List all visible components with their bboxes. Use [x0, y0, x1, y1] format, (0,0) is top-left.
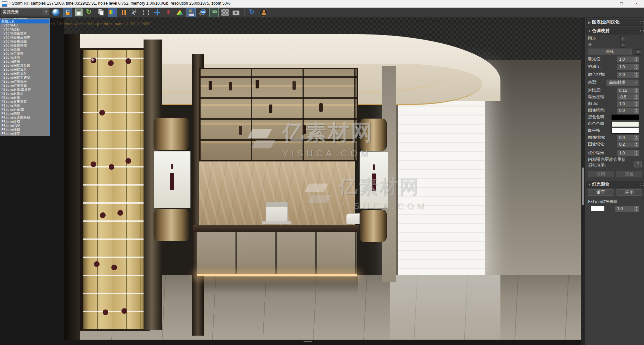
- blur-spinner[interactable]: 0.0▲▼: [617, 135, 639, 141]
- element-list-item[interactable]: 美颜元素: [0, 19, 49, 23]
- element-list-item[interactable]: FStorm自发光: [0, 52, 49, 56]
- tonemap-apply-button[interactable]: 应用: [588, 171, 613, 177]
- element-list-item[interactable]: FStorm多重遮罩: [0, 100, 49, 104]
- rollout-localization[interactable]: ▶图表|业问汉化: [586, 19, 643, 26]
- color-saturation-spinner[interactable]: 2.0▲▼: [617, 72, 639, 78]
- spinner-arrows-icon[interactable]: ▲▼: [634, 94, 639, 100]
- element-list-item[interactable]: FStormAO: [0, 23, 49, 27]
- element-list-item[interactable]: FStorm间接反射: [0, 68, 49, 72]
- spinner-arrows-icon[interactable]: ▲▼: [634, 101, 639, 107]
- vignette-spinner[interactable]: 0.0▲▼: [617, 108, 639, 114]
- element-list-item[interactable]: FStorm眩光: [0, 60, 49, 64]
- spinner-arrows-icon[interactable]: ▲▼: [634, 206, 639, 212]
- rollout-arrow-icon[interactable]: ▼: [587, 28, 592, 34]
- scrollbar-thumb[interactable]: [582, 167, 584, 205]
- lightmix-reset-button[interactable]: 重置: [588, 189, 613, 196]
- light-intensity-spinner[interactable]: 1.0▲▼: [615, 206, 639, 212]
- save-icon[interactable]: [75, 8, 83, 16]
- element-list-item[interactable]: FStorm材质: [0, 96, 49, 100]
- exposure-compression-spinner[interactable]: -0.5▲▼: [617, 94, 639, 100]
- element-list-item[interactable]: FStorm法线: [0, 104, 49, 108]
- fstorm-logo-icon[interactable]: [164, 8, 173, 17]
- white-balance-swatch[interactable]: [611, 128, 639, 134]
- element-list-item[interactable]: FStorm间接半透明: [0, 76, 49, 80]
- lightmix-apply-button[interactable]: 应用: [616, 189, 642, 196]
- element-list-item[interactable]: FStorm加密遮罩: [0, 31, 49, 36]
- on-checkbox[interactable]: ✓: [620, 43, 625, 48]
- element-list-item[interactable]: FStorm坐标: [0, 27, 49, 31]
- curve-checkbox[interactable]: ✓: [636, 49, 641, 55]
- gamma-icon[interactable]: [175, 8, 184, 17]
- rollout-arrow-icon[interactable]: ▶: [587, 19, 592, 25]
- zoom-100-icon[interactable]: [209, 8, 219, 17]
- rollout-tone-mapping[interactable]: ▼色调映射: [586, 27, 643, 34]
- element-list-item[interactable]: FStorm间接折射: [0, 72, 49, 76]
- spinner-arrows-icon[interactable]: ▲▼: [634, 57, 639, 62]
- light-color-swatch[interactable]: [591, 206, 605, 211]
- maximize-button[interactable]: □: [614, 0, 629, 7]
- panel-scrollbar[interactable]: [581, 17, 585, 345]
- element-list-item[interactable]: FStorm间接漫反射: [0, 64, 49, 68]
- spinner-arrows-icon[interactable]: ▲▼: [634, 135, 639, 141]
- element-list-item[interactable]: FStorm深度: [0, 132, 49, 136]
- spinner-arrows-icon[interactable]: ▲▼: [634, 108, 639, 114]
- type-dropdown[interactable]: 高级材质 ▼: [606, 79, 639, 86]
- curve-button[interactable]: 曲线: [588, 49, 632, 55]
- lock-icon[interactable]: [63, 8, 72, 17]
- element-list-item[interactable]: FStorm次表面散射: [0, 116, 49, 120]
- lightmix-icon[interactable]: [186, 8, 196, 17]
- grip-icon[interactable]: [640, 21, 641, 22]
- spinner-arrows-icon[interactable]: ▲▼: [634, 150, 639, 156]
- minimize-button[interactable]: —: [599, 0, 614, 7]
- gamma-spinner[interactable]: 1.0▲▼: [617, 101, 639, 107]
- spinner-arrows-icon[interactable]: ▲▼: [634, 64, 639, 70]
- about-icon[interactable]: [259, 8, 268, 17]
- chevron-down-icon[interactable]: ▾: [43, 9, 49, 15]
- kernel-exposure-spinner[interactable]: 1.0▲▼: [617, 150, 639, 156]
- region-render-icon[interactable]: [142, 8, 150, 17]
- white-tone-swatch[interactable]: [611, 121, 639, 127]
- render-element-dropdown[interactable]: 美颜元素 ▾: [1, 8, 49, 15]
- exposure-spinner[interactable]: 1.0▲▼: [617, 56, 639, 63]
- snapshot-icon[interactable]: [231, 8, 240, 17]
- grip-icon[interactable]: [640, 30, 641, 31]
- restart-render-icon[interactable]: [86, 8, 94, 17]
- element-list-item[interactable]: FStorm灯光选择: [0, 84, 49, 88]
- element-list-item[interactable]: FStorm阴影: [0, 112, 49, 116]
- fit-view-icon[interactable]: [130, 8, 139, 17]
- rollout-lightmix[interactable]: ▼灯光混合: [586, 181, 643, 188]
- element-list-item[interactable]: FStorm环境: [0, 56, 49, 60]
- color-correction-icon[interactable]: [108, 8, 117, 17]
- sharpen-spinner[interactable]: 0.2▲▼: [617, 141, 639, 148]
- sync-checkbox[interactable]: ✓: [620, 36, 625, 41]
- grip-icon[interactable]: [640, 184, 641, 184]
- element-list-item[interactable]: FStorm去噪法线: [0, 40, 49, 44]
- refresh-icon[interactable]: [248, 8, 257, 17]
- spinner-arrows-icon[interactable]: ▲▼: [634, 72, 639, 78]
- element-list-item[interactable]: FStormUVW: [0, 124, 49, 128]
- help-button[interactable]: ?: [634, 161, 642, 167]
- chevron-down-icon[interactable]: ▼: [635, 80, 637, 85]
- black-tone-swatch[interactable]: [611, 115, 639, 120]
- resize-handle[interactable]: [304, 341, 312, 342]
- tonemap-reset-button[interactable]: 重置: [616, 171, 642, 177]
- element-list-item[interactable]: FStorm边缘: [0, 48, 49, 52]
- pan-icon[interactable]: [153, 8, 161, 17]
- pause-icon[interactable]: [119, 8, 128, 17]
- saturation-spinner[interactable]: 1.0▲▼: [617, 64, 639, 70]
- memory-zoom-icon[interactable]: [198, 8, 207, 17]
- close-button[interactable]: ×: [629, 0, 644, 7]
- element-list-item[interactable]: FStorm线框: [0, 128, 49, 132]
- element-list-item[interactable]: FStorm材质层: [0, 92, 49, 96]
- rollout-arrow-icon[interactable]: ▼: [587, 182, 592, 188]
- contrast-spinner[interactable]: 0.15▲▼: [617, 87, 639, 94]
- element-list-item[interactable]: FStorm对象ID: [0, 108, 49, 112]
- element-list-item[interactable]: FStorm材质ID通道: [0, 88, 49, 92]
- element-list-item[interactable]: FStorm去噪反照率: [0, 36, 49, 40]
- element-list-item[interactable]: FStorm灯光混合: [0, 80, 49, 84]
- spinner-arrows-icon[interactable]: ▲▼: [634, 142, 639, 147]
- copy-icon[interactable]: [97, 8, 105, 17]
- spinner-arrows-icon[interactable]: ▲▼: [634, 88, 639, 93]
- element-list-item[interactable]: FStorm直接光照: [0, 44, 49, 48]
- sphere-icon[interactable]: [52, 9, 60, 16]
